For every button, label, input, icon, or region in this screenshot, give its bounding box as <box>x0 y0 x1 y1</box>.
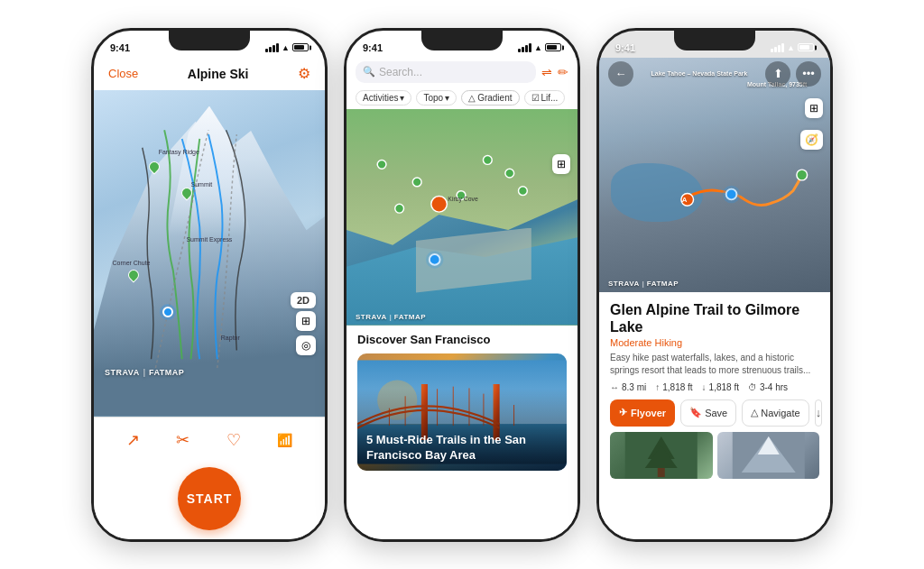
start-button[interactable]: START <box>178 467 241 530</box>
blue-dot-1 <box>162 307 173 317</box>
trail-type: Moderate Hiking <box>610 337 819 348</box>
signal-bar-4 <box>276 43 279 52</box>
discover-section: Discover San Francisco <box>346 326 578 539</box>
battery-fill-3 <box>799 45 809 50</box>
thumbnail-mountain <box>717 432 820 479</box>
svg-point-10 <box>426 251 444 269</box>
svg-point-1 <box>412 178 421 187</box>
start-btn-area: START <box>94 462 325 539</box>
tahoe-map[interactable]: ← Lake Tahoe – Nevada State Park ⬆ ••• <box>599 58 830 292</box>
flyover-icon: ✈ <box>619 407 627 418</box>
map-region-label: Lake Tahoe – Nevada State Park <box>651 70 748 77</box>
time-icon: ⏱ <box>748 382 757 392</box>
phones-container: 9:41 ▲ Close Alpine Ski ⚙ <box>0 0 924 569</box>
lifts-filter[interactable]: ☑ Lif... <box>524 90 566 106</box>
signal-bar-2 <box>269 47 272 52</box>
compass-btn-3[interactable]: 🧭 <box>800 130 823 150</box>
gradient-filter[interactable]: △ Gradient <box>461 90 519 106</box>
discover-city: San Francisco <box>411 333 491 346</box>
thumbnail-tree <box>610 432 713 479</box>
mountain-svg <box>717 432 820 479</box>
search-icon: 🔍 <box>363 66 375 78</box>
trail-label-summit: Summit <box>191 181 213 188</box>
battery-fill-1 <box>294 45 304 50</box>
edit-icon[interactable]: ✏ <box>558 65 568 79</box>
topo-filter[interactable]: Topo ▾ <box>416 90 457 106</box>
gear-icon[interactable]: ⚙ <box>298 65 310 82</box>
navigate-button[interactable]: △ Navigate <box>742 399 808 427</box>
activities-filter[interactable]: Activities ▾ <box>356 90 411 106</box>
phone1-content: Close Alpine Ski ⚙ <box>94 58 325 539</box>
trail-label-corner: Corner Chute <box>112 260 150 266</box>
back-button-3[interactable]: ← <box>608 61 633 87</box>
signal-bar-1 <box>265 49 268 52</box>
strava-label-2: STRAVA <box>356 313 387 321</box>
nav-bar-1: Close Alpine Ski ⚙ <box>94 58 325 90</box>
stat-elevation-up: ↑ 1,818 ft <box>655 382 692 392</box>
phone-1: 9:41 ▲ Close Alpine Ski ⚙ <box>91 28 328 542</box>
svg-point-5 <box>519 186 528 195</box>
signal-icon[interactable]: 📶 <box>277 433 292 447</box>
status-icons-3: ▲ <box>771 43 814 52</box>
navigate-icon: △ <box>751 407 758 418</box>
phone-2: 9:41 ▲ 🔍 Search... <box>344 28 580 542</box>
strava-label-3: STRAVA <box>608 280 640 288</box>
share-button-3[interactable]: ⬆ <box>765 61 790 87</box>
elev-up-icon: ↑ <box>655 382 660 392</box>
topo-label: Topo <box>423 93 443 103</box>
heart-icon[interactable]: ♡ <box>226 430 241 450</box>
strava-fatmap-logo-1: STRAVA | FATMAP <box>105 368 184 377</box>
more-button-3[interactable]: ••• <box>796 61 821 87</box>
route-icon[interactable]: ↗ <box>126 430 140 450</box>
gradient-label: Gradient <box>477 93 512 103</box>
time-value: 3-4 hrs <box>760 382 788 392</box>
scissors-icon[interactable]: ✂ <box>176 430 189 450</box>
trail-actions: ✈ Flyover 🔖 Save △ Navigate ↓ <box>610 399 819 427</box>
card-text-area: 5 Must-Ride Trails in the San Francisco … <box>357 426 567 471</box>
search-bar: 🔍 Search... ⇌ ✏ <box>346 58 578 87</box>
stat-distance: ↔ 8.3 mi <box>610 382 646 392</box>
svg-point-3 <box>483 155 492 164</box>
btn-layers[interactable]: ⊞ <box>296 311 316 331</box>
save-button-3[interactable]: 🔖 Save <box>680 399 736 427</box>
wifi-icon-3: ▲ <box>787 43 795 52</box>
map-header-right-3: ⬆ ••• <box>765 61 821 87</box>
signal-bar-3 <box>273 45 275 52</box>
fatmap-label-1: FATMAP <box>149 368 184 377</box>
wifi-icon-1: ▲ <box>282 43 290 52</box>
svg-point-0 <box>377 160 386 169</box>
bottom-toolbar-1: ↗ ✂ ♡ 📶 <box>94 417 325 462</box>
close-button[interactable]: Close <box>108 67 138 80</box>
route-tool-icon[interactable]: ⇌ <box>541 65 552 79</box>
phone3-content: ← Lake Tahoe – Nevada State Park ⬆ ••• <box>599 58 830 539</box>
svg-point-2 <box>395 204 404 213</box>
search-input-wrap[interactable]: 🔍 Search... <box>356 61 536 83</box>
discover-card[interactable]: 5 Must-Ride Trails in the San Francisco … <box>357 353 567 471</box>
tahoe-trail-svg: A <box>599 58 830 292</box>
sf-map[interactable]: Kirby Cove ⊞ STRAVA | FATMAP <box>346 109 578 326</box>
elev-down-value: 1,818 ft <box>709 382 739 392</box>
distance-value: 8.3 mi <box>622 382 646 392</box>
svg-text:Kirby Cove: Kirby Cove <box>448 196 478 203</box>
trail-description: Easy hike past waterfalls, lakes, and a … <box>610 352 819 377</box>
trail-sheet: Glen Alpine Trail to Gilmore Lake Modera… <box>599 292 830 539</box>
battery-icon-3 <box>798 43 814 51</box>
download-button[interactable]: ↓ <box>815 399 823 427</box>
filter-bar: Activities ▾ Topo ▾ △ Gradient ☑ Lif... <box>346 87 578 109</box>
discover-prefix: Discover <box>357 333 411 346</box>
notch-1 <box>169 31 250 50</box>
search-placeholder: Search... <box>379 66 422 78</box>
svg-point-24 <box>723 185 741 203</box>
btn-location[interactable]: ◎ <box>296 335 316 355</box>
stat-time: ⏱ 3-4 hrs <box>748 382 788 392</box>
flyover-button[interactable]: ✈ Flyover <box>610 399 675 427</box>
battery-fill-2 <box>547 45 557 50</box>
svg-point-27 <box>797 170 808 180</box>
elev-down-icon: ↓ <box>702 382 707 392</box>
ski-map[interactable]: Fantasy Ridge Summit Corner Chute Raptor… <box>94 90 325 417</box>
navigate-label: Navigate <box>761 408 799 418</box>
screen-title-1: Alpine Ski <box>188 67 249 81</box>
layers-btn-3[interactable]: ⊞ <box>805 98 823 118</box>
sf-layers-btn[interactable]: ⊞ <box>552 154 570 174</box>
btn-2d[interactable]: 2D <box>291 292 316 308</box>
